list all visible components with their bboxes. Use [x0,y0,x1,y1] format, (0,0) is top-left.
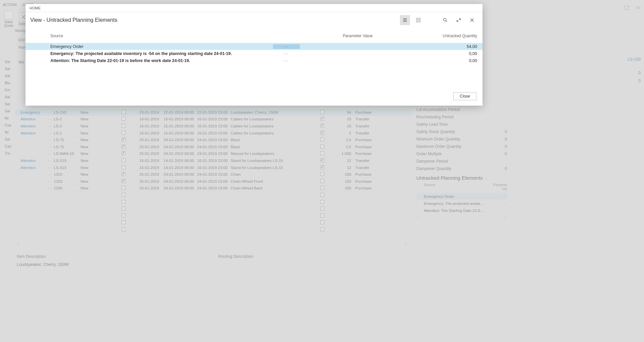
modal-tab-home[interactable]: HOME [30,6,41,10]
modal-row[interactable]: Emergency Order···54,00 [26,43,482,50]
row-quantity: 54,00 [314,44,478,49]
close-button[interactable]: Close [453,92,476,100]
modal-footer: Close [26,88,482,106]
untracked-elements-modal: HOME View - Untracked Planning Elements … [26,4,482,106]
row-source: Emergency Order [30,44,259,49]
search-button[interactable] [440,15,450,25]
svg-point-7 [444,18,446,21]
tile-view-button[interactable] [413,15,423,25]
row-quantity: 0,00 [314,51,478,56]
row-quantity: 0,00 [314,58,478,63]
modal-row[interactable]: Attention: The Starting Date 22-01-19 is… [26,57,482,64]
svg-rect-3 [416,18,418,20]
modal-column-headers: Source Parameter Value Untracked Quantit… [26,32,482,40]
modal-rows: Emergency Order···54,00Emergency: The pr… [26,43,482,64]
svg-rect-6 [419,20,420,22]
modal-row[interactable]: Emergency: The projected available inven… [26,50,482,57]
modal-header: View - Untracked Planning Elements [26,12,482,28]
svg-rect-5 [416,20,418,22]
close-icon [469,17,475,23]
parameter-value-menu[interactable]: ··· [273,58,300,63]
col-source[interactable]: Source [30,34,285,38]
popout-icon [456,17,461,23]
modal-title: View - Untracked Planning Elements [30,17,117,23]
parameter-value-menu[interactable]: ··· [273,44,300,49]
svg-rect-4 [419,18,420,20]
search-icon [443,17,448,23]
tile-icon [416,17,421,23]
close-modal-button[interactable] [467,15,477,25]
row-source: Attention: The Starting Date 22-01-19 is… [30,58,259,63]
modal-toolbar [400,15,477,25]
parameter-value-menu[interactable]: ··· [273,51,300,56]
col-untracked-quantity[interactable]: Untracked Quantity [373,34,478,38]
popout-button[interactable] [454,15,464,25]
row-source: Emergency: The projected available inven… [30,51,259,56]
list-icon [402,17,408,23]
col-parameter-value[interactable]: Parameter Value [285,34,373,38]
modal-tabs: HOME [26,4,482,12]
list-view-button[interactable] [400,15,410,25]
